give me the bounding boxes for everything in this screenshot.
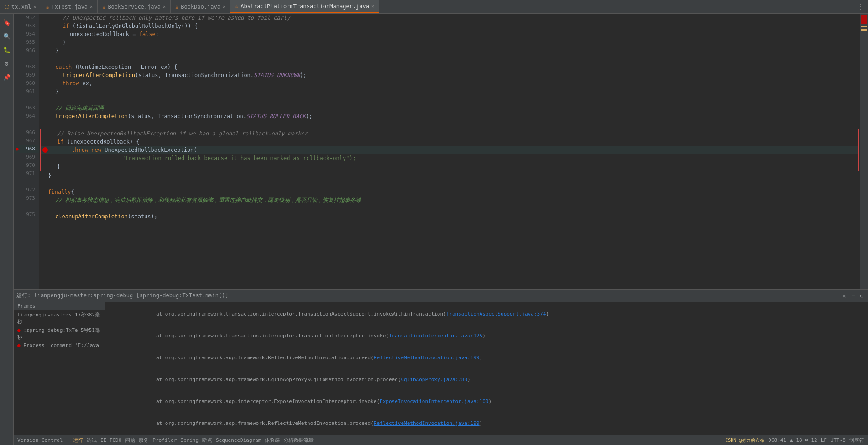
line-numbers: 952 953 954 955 956 958 959 960 961 963 … bbox=[14, 14, 39, 289]
ln-959: 959 bbox=[14, 71, 39, 79]
status-profiler[interactable]: Profiler bbox=[152, 437, 177, 443]
status-encoding[interactable]: UTF-8 bbox=[831, 437, 846, 443]
debug-console[interactable]: at org.springframework.transaction.inter… bbox=[105, 302, 868, 435]
tab-close[interactable]: ✕ bbox=[90, 4, 93, 9]
tab-abstract-mgr[interactable]: ☕ AbstractPlatformTransactionManager.jav… bbox=[230, 0, 379, 13]
console-line-3: at org.springframework.aop.framework.Ref… bbox=[107, 347, 866, 369]
debug-frame-process[interactable]: ● Process 'command 'E:/Java bbox=[14, 342, 105, 349]
status-lf[interactable]: LF bbox=[821, 437, 827, 443]
ln-965 bbox=[14, 120, 39, 129]
code-text: catch (RuntimeException | Error ex) { bbox=[41, 63, 177, 71]
tab-bookservice[interactable]: ☕ BookService.java ✕ bbox=[98, 0, 171, 13]
ln-970: 970 bbox=[14, 161, 39, 170]
code-line-970: } bbox=[41, 162, 858, 171]
code-line-963: // 回滚完成后回调 bbox=[39, 104, 860, 112]
link-2[interactable]: TransactionInterceptor.java:125 bbox=[389, 333, 482, 339]
code-line-blank3 bbox=[39, 180, 860, 188]
code-line-952: // Unexpected rollback only matters here… bbox=[39, 14, 860, 22]
status-indent[interactable]: 制表符 bbox=[849, 437, 864, 444]
ln-972: 972 bbox=[14, 186, 39, 194]
code-line-964: triggerAfterCompletion(status, Transacti… bbox=[39, 112, 860, 120]
status-body[interactable]: 体验感 bbox=[265, 437, 280, 444]
error-marker bbox=[861, 15, 867, 24]
sidebar-debug-icon[interactable]: 🐛 bbox=[2, 45, 12, 55]
code-line-blank-965 bbox=[39, 120, 860, 129]
sidebar-bookmark-icon[interactable]: 🔖 bbox=[2, 17, 12, 27]
sidebar-pin-icon[interactable]: 📌 bbox=[2, 72, 12, 82]
ln-blank2 bbox=[14, 96, 39, 104]
ln-971: 971 bbox=[14, 170, 39, 178]
console-line-4: at org.springframework.aop.framework.Cgl… bbox=[107, 369, 866, 391]
status-sequence[interactable]: SequenceDiagram bbox=[216, 437, 261, 443]
code-text: if (!isFailEarlyOnGlobalRollbackOnly()) … bbox=[41, 22, 198, 30]
code-content[interactable]: // Unexpected rollback only matters here… bbox=[39, 14, 860, 289]
tab-label: AbstractPlatformTransactionManager.java bbox=[241, 3, 369, 10]
debug-title: 运行: lianpengju-master:spring-debug [spri… bbox=[16, 292, 229, 300]
status-warnings[interactable]: ▲ 18 ✖ 12 bbox=[790, 437, 817, 443]
xml-icon: ⬡ bbox=[5, 4, 9, 10]
tab-close[interactable]: ✕ bbox=[223, 4, 225, 9]
tab-close[interactable]: ✕ bbox=[371, 4, 374, 9]
code-line-961: } bbox=[39, 88, 860, 96]
tab-bookdao[interactable]: ☕ BookDao.java ✕ bbox=[171, 0, 230, 13]
tab-tx-xml[interactable]: ⬡ tx.xml ✕ bbox=[0, 0, 41, 13]
ln-968: 968 bbox=[14, 145, 39, 153]
sidebar-settings-icon[interactable]: ⚙ bbox=[2, 58, 12, 68]
code-line-975: cleanupAfterCompletion(status); bbox=[39, 212, 860, 221]
status-run[interactable]: 运行 bbox=[73, 437, 83, 444]
tab-options-btn[interactable]: ⋮ bbox=[853, 2, 868, 11]
console-line-1: at org.springframework.transaction.inter… bbox=[107, 303, 866, 325]
status-problems[interactable]: 问题 bbox=[125, 437, 135, 444]
code-line-955: } bbox=[39, 38, 860, 47]
debug-frame-spring[interactable]: ● :spring-debug:TxTe 5秒51毫秒 bbox=[14, 326, 105, 342]
status-breakpoints[interactable]: 断点 bbox=[202, 437, 212, 444]
tab-close[interactable]: ✕ bbox=[163, 4, 166, 9]
tab-label: BookDao.java bbox=[181, 4, 220, 10]
debug-close-btn[interactable]: ✕ bbox=[841, 292, 848, 300]
status-spring[interactable]: Spring bbox=[180, 437, 199, 443]
code-text: if (unexpectedRollback) { bbox=[42, 138, 140, 146]
status-services[interactable]: 服务 bbox=[139, 437, 149, 444]
debug-minimize-btn[interactable]: ⎼ bbox=[850, 292, 857, 300]
status-location[interactable]: 968:41 bbox=[768, 437, 786, 443]
code-line-954: unexpectedRollback = false; bbox=[39, 30, 860, 38]
ln-969: 969 bbox=[14, 153, 39, 161]
status-version-control[interactable]: Version Control bbox=[17, 437, 63, 443]
tab-bar: ⬡ tx.xml ✕ ☕ TxTest.java ✕ ☕ BookService… bbox=[0, 0, 868, 14]
csdn-watermark: CSDN @努力的布布 bbox=[725, 437, 764, 444]
warning-marker2 bbox=[861, 29, 867, 31]
link-6[interactable]: ReflectiveMethodInvocation.java:199 bbox=[374, 420, 480, 426]
code-text: cleanupAfterCompletion(status); bbox=[41, 212, 157, 221]
java-icon: ☕ bbox=[235, 3, 238, 10]
ln-956: 956 bbox=[14, 47, 39, 55]
link-1[interactable]: TransactionAspectSupport.java:374 bbox=[446, 311, 546, 317]
ln-955: 955 bbox=[14, 38, 39, 47]
link-3[interactable]: ReflectiveMethodInvocation.java:199 bbox=[374, 355, 480, 361]
code-line-972: finally { bbox=[39, 188, 860, 196]
link-5[interactable]: ExposeInvocationInterceptor.java:100 bbox=[380, 398, 488, 404]
code-text: finally bbox=[41, 188, 71, 196]
ln-blank1 bbox=[14, 55, 39, 63]
debug-settings-btn[interactable]: ⚙ bbox=[858, 292, 865, 300]
tab-txtest[interactable]: ☕ TxTest.java ✕ bbox=[41, 0, 98, 13]
code-line-blank2 bbox=[39, 96, 860, 104]
status-analysis[interactable]: 分析数据流量 bbox=[283, 437, 314, 444]
status-todo[interactable]: IE TODO bbox=[100, 437, 121, 443]
code-text: "Transaction rolled back because it has … bbox=[42, 154, 356, 162]
debug-frame-master[interactable]: lianpengju-masters 17秒382毫秒 bbox=[14, 310, 105, 326]
breakpoint-indicator bbox=[42, 147, 48, 153]
status-debug[interactable]: 调试 bbox=[87, 437, 97, 444]
ln-963: 963 bbox=[14, 104, 39, 112]
tab-close[interactable]: ✕ bbox=[33, 4, 36, 9]
ln-966: 966 bbox=[14, 129, 39, 137]
java-icon: ☕ bbox=[46, 4, 49, 10]
ln-975: 975 bbox=[14, 211, 39, 219]
sidebar-search-icon[interactable]: 🔍 bbox=[2, 31, 12, 41]
link-4[interactable]: CglibAopProxy.java:780 bbox=[401, 377, 467, 383]
debug-error-icon2: ● bbox=[17, 342, 21, 348]
ln-953: 953 bbox=[14, 22, 39, 30]
console-line-6: at org.springframework.aop.framework.Ref… bbox=[107, 413, 866, 435]
code-text: throw ex; bbox=[41, 79, 92, 88]
code-line-966: // Raise UnexpectedRollbackException if … bbox=[41, 129, 858, 138]
ln-973: 973 bbox=[14, 194, 39, 202]
